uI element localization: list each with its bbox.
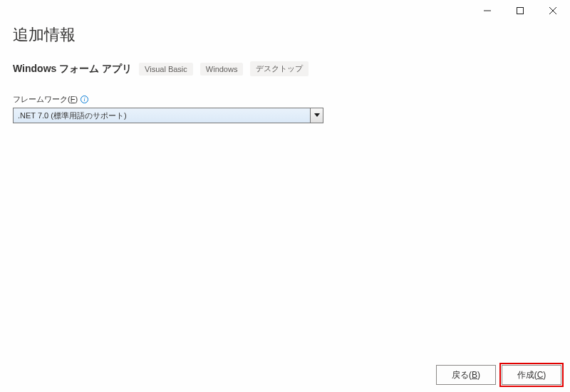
svg-rect-1 — [517, 8, 523, 14]
framework-dropdown[interactable]: .NET 7.0 (標準用語のサポート) — [13, 108, 323, 123]
framework-label-text: フレームワーク(F) — [13, 94, 78, 105]
page-title: 追加情報 — [13, 24, 557, 46]
tag-type: デスクトップ — [250, 61, 309, 76]
create-button[interactable]: 作成(C) — [502, 365, 561, 385]
back-button[interactable]: 戻る(B) — [436, 365, 496, 385]
chevron-down-icon — [314, 113, 320, 118]
info-icon[interactable]: i — [81, 96, 88, 103]
framework-selected-value: .NET 7.0 (標準用語のサポート) — [14, 108, 310, 123]
dialog-footer: 戻る(B) 作成(C) — [436, 365, 561, 385]
framework-label: フレームワーク(F) i — [13, 94, 88, 105]
dialog-content: 追加情報 Windows フォーム アプリ Visual Basic Windo… — [0, 21, 570, 123]
tag-platform: Windows — [200, 63, 244, 76]
project-name: Windows フォーム アプリ — [13, 63, 132, 76]
create-button-label: 作成(C) — [517, 369, 546, 381]
minimize-icon — [484, 7, 491, 14]
svg-marker-4 — [314, 113, 320, 117]
back-button-label: 戻る(B) — [452, 369, 480, 381]
window-titlebar — [0, 0, 570, 21]
project-summary: Windows フォーム アプリ Visual Basic Windows デス… — [13, 61, 557, 76]
close-icon — [549, 7, 556, 14]
maximize-button[interactable] — [504, 1, 536, 21]
dropdown-toggle[interactable] — [310, 108, 323, 123]
tag-language: Visual Basic — [139, 63, 193, 76]
close-button[interactable] — [537, 1, 569, 21]
maximize-icon — [517, 7, 524, 14]
minimize-button[interactable] — [471, 1, 503, 21]
